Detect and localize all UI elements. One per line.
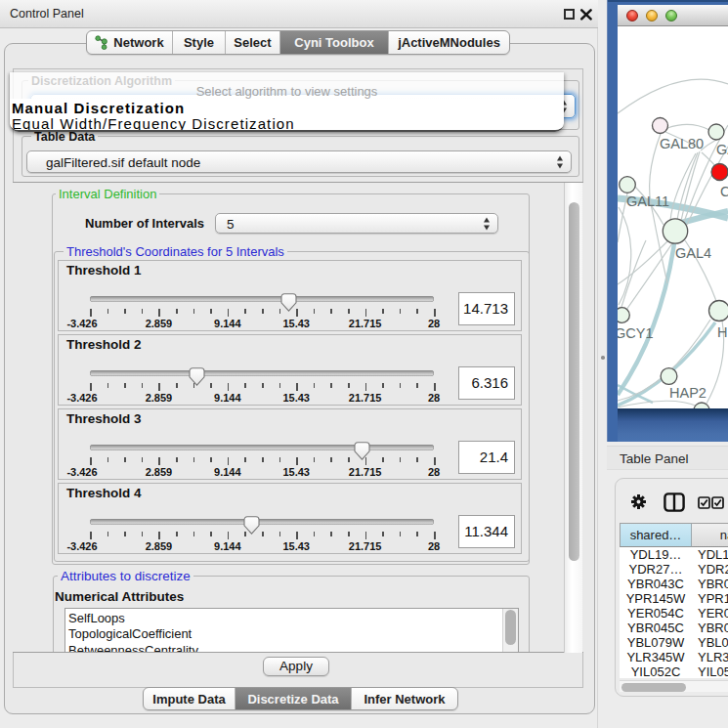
checkbox-icon[interactable] <box>698 496 710 509</box>
table-horizontal-scrollbar[interactable] <box>620 680 728 692</box>
slider-tick <box>314 457 316 462</box>
slider-tick <box>176 383 178 388</box>
zoom-traffic-light[interactable] <box>665 10 677 21</box>
network-node[interactable] <box>711 164 728 181</box>
float-window-icon[interactable] <box>564 9 575 20</box>
slider-tick <box>296 532 298 539</box>
tab-style[interactable]: Style <box>173 31 226 54</box>
slider-thumb[interactable] <box>280 293 297 312</box>
slider-tick <box>142 457 144 462</box>
gear-icon[interactable] <box>630 493 647 510</box>
network-node[interactable] <box>663 219 687 243</box>
list-item[interactable]: BetweennessCentrality <box>65 643 518 653</box>
table-row[interactable]: YER054CYER05 <box>620 606 728 621</box>
table-row[interactable]: YBR045CYBR04 <box>620 621 728 635</box>
slider-track[interactable] <box>90 445 434 450</box>
column-header[interactable]: shared… <box>620 523 692 547</box>
tab-label: Network <box>113 35 163 50</box>
table-row[interactable]: YDL19…YDL19 <box>620 547 728 562</box>
table-data-combobox[interactable]: galFiltered.sif default node <box>26 150 572 173</box>
network-window-frame-bottom <box>618 408 728 442</box>
split-pane-grip[interactable] <box>601 356 605 360</box>
table-row[interactable]: YDR27…YDR27 <box>620 562 728 577</box>
network-node[interactable] <box>618 308 629 323</box>
network-node[interactable] <box>653 118 668 134</box>
threshold-value-field[interactable]: 14.713 <box>458 292 515 325</box>
slider-tick-label: 28 <box>428 466 440 478</box>
table-row[interactable]: YBL079WYBL07 <box>620 635 728 650</box>
scrollbar-thumb[interactable] <box>621 683 686 692</box>
slider-tick <box>193 532 195 536</box>
close-window-icon[interactable] <box>579 7 593 21</box>
network-node[interactable] <box>708 124 724 140</box>
tab-network[interactable]: Network <box>87 31 173 54</box>
cell-name: YBR04 <box>692 577 728 591</box>
network-view-canvas[interactable]: GAL80GACGAL11GAL4GCY1HHAP2 <box>618 26 728 408</box>
table-row[interactable]: YPR145WYPR14 <box>620 591 728 606</box>
slider-tick <box>400 383 402 388</box>
number-of-intervals-combobox[interactable]: 5 <box>215 213 498 234</box>
scrollbar-thumb[interactable] <box>505 610 516 645</box>
control-panel-tabs: NetworkStyleSelectCyni ToolboxjActiveMNo… <box>86 30 510 55</box>
slider-tick <box>348 457 350 462</box>
threshold-label: Threshold 4 <box>66 486 142 500</box>
network-node[interactable] <box>620 177 636 193</box>
slider-tick-label: 15.43 <box>282 540 310 552</box>
threshold-value-field[interactable]: 6.316 <box>458 366 515 400</box>
slider-tick <box>314 309 316 314</box>
slider-tick <box>434 383 436 391</box>
tab-label: Cyni Toolbox <box>294 35 373 50</box>
slider-tick <box>176 309 178 314</box>
checkbox-icon[interactable] <box>711 496 724 509</box>
slider-thumb[interactable] <box>243 516 260 535</box>
numerical-attributes-list[interactable]: SelfLoopsTopologicalCoefficientBetweenne… <box>64 608 519 653</box>
network-window-titlebar[interactable] <box>618 5 728 26</box>
slider-tick <box>348 532 350 536</box>
table-row[interactable]: YLR345WYLR34 <box>620 650 728 664</box>
interval-definition-group: Interval Definition Number of Intervals … <box>52 193 530 565</box>
list-item[interactable]: TopologicalCoefficient <box>65 626 518 642</box>
tab-jactivemnodules[interactable]: jActiveMNodules <box>389 31 509 54</box>
slider-tick <box>210 457 212 462</box>
threshold-value-field[interactable]: 11.344 <box>458 515 515 548</box>
scrollbar-thumb[interactable] <box>569 202 579 561</box>
slider-track[interactable] <box>90 296 434 302</box>
table-panel-titlebar[interactable]: Table Panel <box>607 446 728 470</box>
table-header: shared…name <box>620 523 728 547</box>
slider-tick <box>158 532 160 539</box>
close-traffic-light[interactable] <box>626 10 638 21</box>
slider-tick <box>193 457 195 462</box>
slider-tick <box>176 532 178 536</box>
slider-thumb[interactable] <box>189 367 205 386</box>
slider-track[interactable] <box>90 370 434 376</box>
tab-select[interactable]: Select <box>226 31 280 54</box>
slider-tick-label: 28 <box>428 540 440 552</box>
minimize-traffic-light[interactable] <box>646 10 658 21</box>
apply-button[interactable]: Apply <box>263 657 329 676</box>
tab-cyni-toolbox[interactable]: Cyni Toolbox <box>280 31 389 54</box>
attributes-list-scrollbar[interactable] <box>502 609 518 653</box>
tab-infer-network[interactable]: Infer Network <box>352 688 457 709</box>
columns-icon[interactable] <box>664 492 685 512</box>
list-item[interactable]: SelfLoops <box>65 611 518 626</box>
settings-scrollbar[interactable] <box>564 183 582 653</box>
popup-item[interactable]: Manual Discretization <box>12 100 185 116</box>
threshold-box: Threshold 2-3.4262.8599.14415.4321.71528… <box>58 334 522 406</box>
control-panel-titlebar[interactable]: Control Panel <box>0 0 598 28</box>
tab-impute-data[interactable]: Impute Data <box>144 688 236 709</box>
tab-discretize-data[interactable]: Discretize Data <box>236 688 352 709</box>
popup-item[interactable]: Equal Width/Frequency Discretization <box>12 115 295 132</box>
threshold-value-field[interactable]: 21.4 <box>458 441 515 474</box>
cell-shared-name: YBR043C <box>620 577 692 591</box>
slider-track[interactable] <box>90 519 434 525</box>
slider-tick <box>107 383 109 388</box>
network-node[interactable] <box>661 368 677 385</box>
table-row[interactable]: YBR043CYBR04 <box>620 577 728 591</box>
slider-tick <box>382 383 384 388</box>
slider-thumb[interactable] <box>354 442 370 460</box>
network-node[interactable] <box>709 301 728 321</box>
table-row[interactable]: YIL052CYIL05 <box>620 664 728 678</box>
tab-label: Select <box>234 35 271 50</box>
slider-tick <box>279 383 281 388</box>
column-header[interactable]: name <box>692 523 728 547</box>
